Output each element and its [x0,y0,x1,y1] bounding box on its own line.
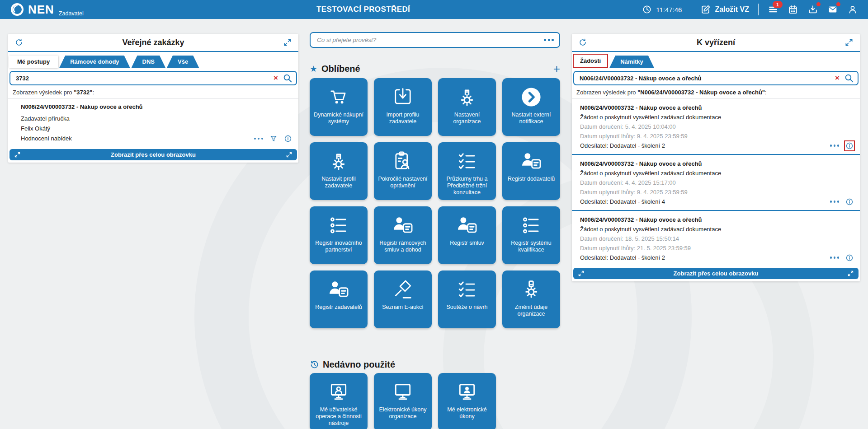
request-item[interactable]: N006/24/V00003732 - Nákup ovoce a ořechů… [572,210,860,266]
fullscreen-label: Zobrazit přes celou obrazovku [111,151,196,158]
tile-qualification-system-register[interactable]: Registr systému kvalifikace [502,206,560,264]
tile-advanced-permission-settings[interactable]: Pokročilé nastavení oprávnění [374,142,432,200]
tile-label: Elektronické úkony organizace [374,406,432,420]
divider [8,51,298,52]
nen-logo[interactable]: NEN Zadavatel [0,2,84,17]
tile-framework-contracts-register[interactable]: Registr rámcových smluv a dohod [374,206,432,264]
tab-vse[interactable]: Vše [167,56,199,68]
tile-set-contracting-authority-profile[interactable]: Nastavit profil zadavatele [310,142,368,200]
gavel-icon [391,278,415,301]
tile-label: Dynamické nákupní systémy [310,112,368,125]
requests-search-input[interactable] [573,71,859,85]
expand-icon [578,270,585,277]
messages-button[interactable] [827,4,838,15]
brand-name: NEN [28,4,54,15]
tile-label: Pokročilé nastavení oprávnění [374,176,432,189]
vz-result-line: Zadavatel příručka [21,114,292,124]
tile-label: Registr dodavatelů [505,176,557,182]
tile-label: Import profilu zadavatele [374,112,432,125]
expand-icon[interactable] [844,38,854,47]
more-options-icon[interactable] [830,145,840,147]
envelope-icon [828,5,838,14]
refresh-icon[interactable] [578,38,587,47]
cart-icon [327,85,350,109]
tile-label: Mé uživatelské operace a činnosti nástro… [310,406,368,427]
more-options-icon[interactable] [830,256,840,259]
gear-doc-icon [519,278,543,301]
tile-dynamic-purchasing-systems[interactable]: Dynamické nákupní systémy [310,78,368,136]
tile-contract-register[interactable]: Registr smluv [438,206,496,264]
gear-building-icon [327,149,350,173]
tile-design-contests[interactable]: Soutěže o návrh [438,270,496,328]
to-resolve-panel: K vyřízení Žádosti Námitky × Zobrazen vý… [572,34,860,281]
assistant-search-input[interactable] [310,32,560,48]
result-info-line: Zobrazen výsledek pro "3732": [13,89,294,96]
info-icon[interactable] [845,198,854,206]
vz-result-title: N006/24/V00003732 - Nákup ovoce a ořechů [21,103,292,110]
person-doc-icon [391,214,415,237]
tab-ramcove-dohody[interactable]: Rámcové dohody [59,56,130,68]
tile-e-auction-list[interactable]: Seznam E-aukcí [374,270,432,328]
clear-search-icon[interactable]: × [833,73,841,83]
filter-icon[interactable] [269,135,278,143]
nen-logo-icon [10,2,24,17]
calendar-button[interactable] [788,4,798,15]
expand-icon[interactable] [283,38,292,47]
bullet-list-icon [519,214,543,237]
recent-grid: Mé uživatelské operace a činnosti nástro… [310,373,560,429]
add-favorite-icon[interactable]: + [553,64,560,73]
request-item[interactable]: N006/24/V00003732 - Nákup ovoce a ořechů… [572,99,860,154]
more-options-icon[interactable] [254,138,264,140]
fullscreen-button[interactable]: Zobrazit přes celou obrazovku [9,149,297,160]
clear-search-icon[interactable]: × [272,73,280,83]
request-item[interactable]: N006/24/V00003732 - Nákup ovoce a ořechů… [572,154,860,210]
environment-title: TESTOVACÍ PROSTŘEDÍ [316,5,410,14]
tile-market-research-preliminary-consultations[interactable]: Průzkumy trhu a Předběžné tržní konzulta… [438,142,496,200]
menu-button[interactable]: 1 [768,4,778,15]
tab-dns[interactable]: DNS [132,56,165,68]
star-icon: ★ [310,64,317,74]
assistant-more-icon[interactable] [544,39,554,41]
checklist-icon [455,278,479,301]
tile-my-user-operations-tools[interactable]: Mé uživatelské operace a činnosti nástro… [310,373,368,429]
notification-dot [816,2,821,6]
tile-import-contracting-authority-profile[interactable]: Import profilu zadavatele [374,78,432,136]
request-sender: Odesílatel: Dodavatel - školení 4 [580,197,665,206]
info-icon[interactable] [845,142,854,150]
tile-label: Registr zadavatelů [312,304,365,311]
tile-supplier-register[interactable]: Registr dodavatelů [502,142,560,200]
tab-me-postupy[interactable]: Mé postupy [9,56,58,68]
tile-set-external-notifications[interactable]: Nastavit externí notifikace [502,78,560,136]
info-icon[interactable] [845,254,854,262]
fullscreen-button[interactable]: Zobrazit přes celou obrazovku [573,268,859,279]
tile-organization-electronic-acts[interactable]: Elektronické úkony organizace [374,373,432,429]
refresh-icon[interactable] [14,38,24,47]
result-info-line: Zobrazen výsledek pro "N006/24/V00003732… [576,89,855,96]
profile-button[interactable] [847,4,858,15]
search-icon[interactable] [283,73,292,83]
search-icon[interactable] [844,73,854,83]
request-received-date: Datum doručení: 5. 4. 2025 10:04:00 [580,122,854,131]
inbox-download-button[interactable] [807,4,818,15]
tile-innovation-partnership-register[interactable]: Registr inovačního partnerství [310,206,368,264]
clock-time: 11:47:46 [642,4,682,15]
tile-organization-settings[interactable]: Nastavení organizace [438,78,496,136]
vz-search-input[interactable] [9,71,297,85]
tab-namitky[interactable]: Námitky [609,56,654,68]
favorites-title: Oblíbené [321,64,360,74]
tile-label: Nastavit profil zadavatele [310,176,368,189]
info-icon[interactable] [284,135,292,143]
create-vz-button[interactable]: Založit VZ [700,4,749,15]
tile-contracting-authority-register[interactable]: Registr zadavatelů [310,270,368,328]
calendar-icon [788,5,798,14]
monitor-icon [391,380,415,404]
tab-zadosti[interactable]: Žádosti [573,54,608,68]
vz-result-item[interactable]: N006/24/V00003732 - Nákup ovoce a ořechů… [8,99,298,147]
more-options-icon[interactable] [830,201,840,203]
tile-my-electronic-acts[interactable]: Mé elektronické úkony [438,373,496,429]
tile-label: Změnit údaje organizace [502,304,560,317]
expand-icon [286,151,292,158]
monitor-person-filled-icon [455,380,479,404]
tile-label: Registr rámcových smluv a dohod [374,240,432,253]
tile-change-organization-details[interactable]: Změnit údaje organizace [502,270,560,328]
